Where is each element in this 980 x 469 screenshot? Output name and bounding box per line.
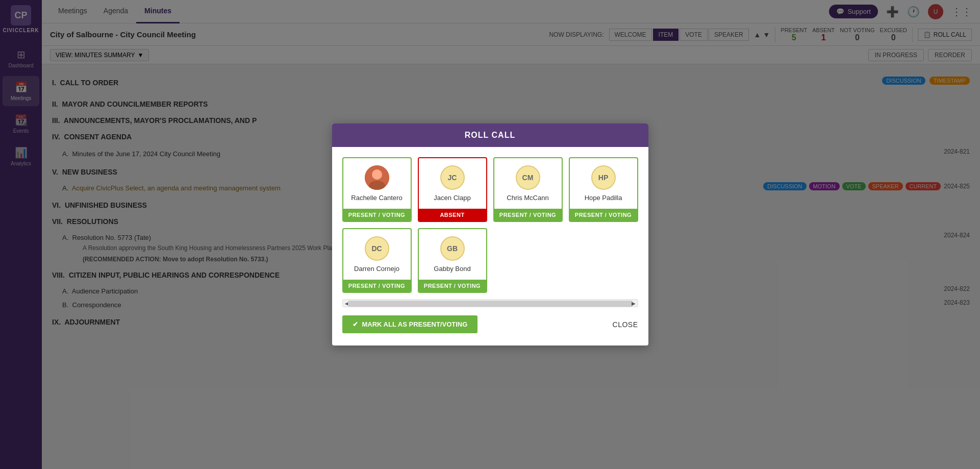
member-name-darren: Darren Cornejo [354, 265, 399, 273]
member-avatar-hope: HP [591, 165, 616, 190]
modal-overlay[interactable]: ROLL CALL Rachelle Cantero [0, 0, 980, 469]
member-status-rachelle: PRESENT / VOTING [343, 209, 411, 221]
member-name-chris: Chris McCann [507, 194, 548, 202]
member-status-chris: PRESENT / VOTING [494, 209, 562, 221]
member-status-darren: PRESENT / VOTING [343, 280, 411, 292]
member-card-chris[interactable]: CM Chris McCann PRESENT / VOTING [493, 157, 563, 222]
member-card-jacen[interactable]: JC Jacen Clapp ABSENT [418, 157, 487, 222]
member-avatar-jacen: JC [440, 165, 465, 190]
member-card-gabby[interactable]: GB Gabby Bond PRESENT / VOTING [418, 228, 487, 293]
member-avatar-rachelle [365, 165, 389, 190]
member-status-gabby: PRESENT / VOTING [419, 280, 486, 292]
member-name-rachelle: Rachelle Cantero [351, 194, 402, 202]
member-name-hope: Hope Padilla [585, 194, 622, 202]
member-avatar-gabby: GB [440, 236, 465, 261]
member-name-jacen: Jacen Clapp [434, 194, 470, 202]
member-card-hope[interactable]: HP Hope Padilla PRESENT / VOTING [569, 157, 638, 222]
member-avatar-darren: DC [365, 236, 389, 261]
modal-footer: ✔ MARK ALL AS PRESENT/VOTING CLOSE [342, 315, 638, 335]
member-avatar-chris: CM [516, 165, 540, 190]
svg-point-1 [372, 169, 382, 180]
modal-body: Rachelle Cantero PRESENT / VOTING JC Jac… [332, 147, 648, 345]
member-status-jacen: ABSENT [419, 209, 486, 221]
close-button[interactable]: CLOSE [613, 320, 638, 329]
roll-call-modal: ROLL CALL Rachelle Cantero [332, 124, 648, 345]
scrollbar[interactable]: ◀ ▶ [342, 299, 638, 307]
member-status-hope: PRESENT / VOTING [570, 209, 637, 221]
member-name-gabby: Gabby Bond [434, 265, 470, 273]
mark-all-button[interactable]: ✔ MARK ALL AS PRESENT/VOTING [342, 315, 478, 333]
members-row2: DC Darren Cornejo PRESENT / VOTING GB Ga… [342, 228, 638, 293]
members-row1: Rachelle Cantero PRESENT / VOTING JC Jac… [342, 157, 638, 222]
modal-title: ROLL CALL [332, 124, 648, 147]
checkmark-icon: ✔ [353, 320, 358, 328]
member-card-rachelle[interactable]: Rachelle Cantero PRESENT / VOTING [342, 157, 412, 222]
member-card-darren[interactable]: DC Darren Cornejo PRESENT / VOTING [342, 228, 412, 293]
scroll-right-icon[interactable]: ▶ [630, 300, 638, 307]
